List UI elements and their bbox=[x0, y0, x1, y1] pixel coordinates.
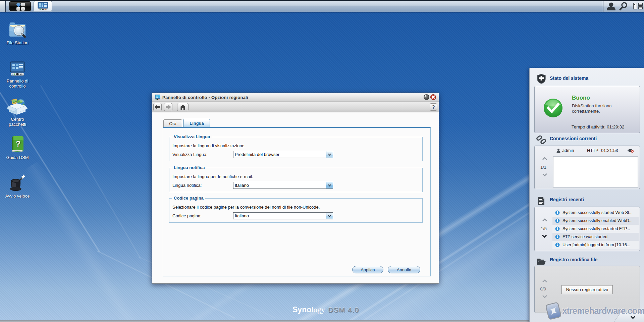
svg-text:?: ? bbox=[432, 104, 435, 110]
svg-text:?: ? bbox=[16, 140, 20, 148]
